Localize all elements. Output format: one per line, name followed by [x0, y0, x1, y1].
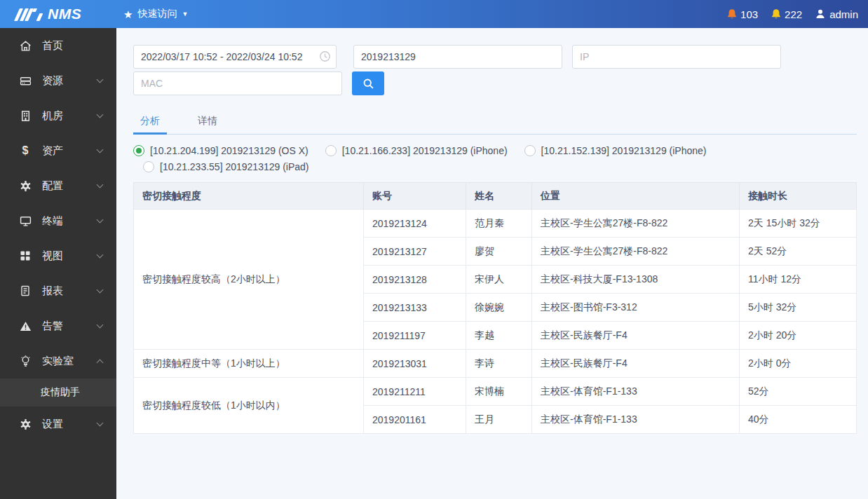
column-header-account: 账号 [364, 183, 466, 210]
notice-count: 222 [785, 8, 802, 20]
bell-icon [726, 8, 738, 20]
chevron-down-icon [97, 146, 104, 153]
sidebar-item-label: 资源 [42, 74, 87, 88]
mac-input[interactable] [133, 71, 342, 95]
cell-name: 李诗 [466, 350, 532, 378]
device-option-1[interactable]: [10.21.204.199] 2019213129 (OS X) [133, 145, 308, 156]
table-row: 密切接触程度较低（1小时以内） 2019211211 宋博楠 主校区-体育馆-F… [134, 378, 857, 406]
cell-location: 主校区-体育馆-F1-133 [532, 406, 740, 434]
device-option-2[interactable]: [10.21.166.233] 2019213129 (iPhone) [325, 145, 508, 156]
notice-badge[interactable]: 222 [771, 8, 802, 20]
alert-badge[interactable]: 103 [726, 8, 758, 20]
chevron-up-icon [97, 359, 104, 366]
sidebar-item-label: 报表 [42, 285, 87, 298]
cell-name: 宋博楠 [466, 378, 532, 406]
sidebar-item-label: 首页 [42, 39, 102, 53]
cell-duration-link[interactable]: 11小时 12分 [740, 266, 857, 294]
user-icon [815, 8, 826, 20]
column-header-contact-level: 密切接触程度 [134, 183, 364, 210]
chevron-down-icon [97, 420, 104, 427]
sidebar-subitem-label: 疫情助手 [41, 386, 80, 399]
column-header-name: 姓名 [466, 183, 532, 210]
username: admin [829, 8, 858, 20]
sidebar-subitem-epidemic-assistant[interactable]: 疫情助手 [0, 378, 116, 406]
sidebar-item-reports[interactable]: 报表 [0, 273, 116, 308]
tab-analysis[interactable]: 分析 [133, 109, 167, 135]
caret-down-icon: ▼ [182, 11, 188, 18]
device-option-label: [10.21.204.199] 2019213129 (OS X) [150, 145, 308, 156]
cell-name: 王月 [466, 406, 532, 434]
sidebar-item-assets[interactable]: $ 资产 [0, 133, 116, 168]
device-option-4[interactable]: [10.21.233.55] 2019213129 (iPad) [143, 161, 309, 172]
sidebar-item-resources[interactable]: 资源 [0, 63, 116, 98]
quick-access-menu[interactable]: ★ 快速访问 ▼ [123, 8, 188, 20]
sidebar-item-label: 终端 [42, 214, 87, 228]
cell-location: 主校区-民族餐厅-F4 [532, 350, 740, 378]
sidebar-item-settings[interactable]: 设置 [0, 406, 116, 442]
sidebar-item-label: 告警 [42, 320, 87, 333]
building-icon [19, 110, 32, 122]
cell-location: 主校区-民族餐厅-F4 [532, 322, 740, 350]
cell-name: 范月秦 [466, 210, 532, 238]
cell-location: 主校区-体育馆-F1-133 [532, 378, 740, 406]
chevron-down-icon [97, 252, 104, 259]
user-menu[interactable]: admin [815, 8, 858, 20]
sidebar: 首页 资源 机房 $ 资产 配置 终端 视图 [0, 28, 116, 499]
sidebar-item-config[interactable]: 配置 [0, 168, 116, 203]
tab-details[interactable]: 详情 [191, 109, 224, 134]
group-label-high: 密切接触程度较高（2小时以上） [134, 210, 364, 350]
sidebar-item-label: 资产 [42, 144, 87, 158]
topbar: NMS ★ 快速访问 ▼ 103 222 admin [0, 0, 868, 28]
report-icon [19, 285, 32, 296]
contact-table: 密切接触程度 账号 姓名 位置 接触时长 密切接触程度较高（2小时以上） 201… [133, 182, 857, 434]
group-label-low: 密切接触程度较低（1小时以内） [134, 378, 364, 434]
cell-account: 2019213128 [364, 266, 466, 294]
cell-duration-link[interactable]: 52分 [740, 378, 857, 406]
cell-account: 2019213124 [364, 210, 466, 238]
cell-duration-link[interactable]: 2小时 20分 [740, 322, 857, 350]
sidebar-item-label: 视图 [42, 250, 87, 263]
cell-account: 2019213031 [364, 350, 466, 378]
chevron-down-icon [97, 182, 104, 189]
device-radio-group: [10.21.204.199] 2019213129 (OS X) [10.21… [133, 145, 857, 172]
device-option-3[interactable]: [10.21.152.139] 2019213129 (iPhone) [524, 145, 707, 156]
cell-duration-link[interactable]: 2天 15小时 32分 [740, 210, 857, 238]
sidebar-item-label: 设置 [42, 418, 87, 431]
tab-bar: 分析 详情 [133, 109, 857, 135]
radio-icon [143, 161, 154, 172]
search-icon [362, 78, 374, 90]
home-icon [19, 40, 32, 52]
chevron-down-icon [97, 217, 104, 224]
cell-duration-link[interactable]: 2天 52分 [740, 238, 857, 266]
sidebar-item-views[interactable]: 视图 [0, 238, 116, 273]
cell-duration-link[interactable]: 2小时 0分 [740, 350, 857, 378]
cell-account: 2019213127 [364, 238, 466, 266]
cell-duration-link[interactable]: 40分 [740, 406, 857, 434]
table-header-row: 密切接触程度 账号 姓名 位置 接触时长 [134, 183, 857, 210]
chevron-down-icon [97, 287, 104, 294]
monitor-icon [19, 215, 32, 227]
main-content: 疫情助手 IT资源管理系统 > 疫情助手 分析 详情 [116, 0, 868, 434]
ip-input[interactable] [572, 45, 781, 69]
logo-icon [17, 7, 41, 21]
sidebar-item-alerts[interactable]: 告警 [0, 308, 116, 343]
bell-icon [771, 8, 782, 20]
sidebar-item-terminal[interactable]: 终端 [0, 203, 116, 238]
storage-icon [19, 75, 32, 87]
account-input[interactable] [353, 45, 562, 69]
gear-icon [19, 418, 32, 430]
cell-name: 廖贺 [466, 238, 532, 266]
sidebar-item-label: 配置 [42, 179, 87, 193]
sidebar-item-home[interactable]: 首页 [0, 28, 116, 63]
dollar-icon: $ [19, 144, 32, 157]
search-button[interactable] [352, 71, 384, 95]
star-icon: ★ [123, 9, 133, 20]
cell-location: 主校区-学生公寓27楼-F8-822 [532, 210, 740, 238]
cell-duration-link[interactable]: 5小时 32分 [740, 294, 857, 322]
radio-icon [325, 145, 337, 156]
warning-icon [19, 320, 32, 332]
sidebar-item-lab[interactable]: 实验室 [0, 343, 116, 378]
sidebar-item-server-room[interactable]: 机房 [0, 98, 116, 133]
column-header-location: 位置 [532, 183, 740, 210]
date-range-input[interactable] [133, 45, 337, 69]
